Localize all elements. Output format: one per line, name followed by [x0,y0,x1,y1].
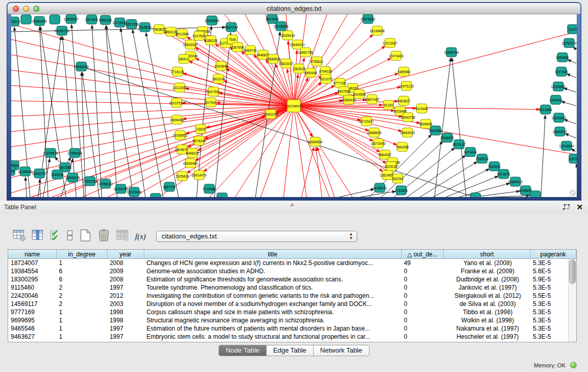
cell-year: 1997 [107,324,144,333]
memory-ok-indicator[interactable] [570,362,577,368]
node[interactable] [21,15,31,24]
table-row[interactable]: 969969511998Structural magnetic resonanc… [8,316,576,324]
table-mode-icon[interactable] [13,229,26,244]
scrollbar-thumb[interactable] [569,259,576,284]
edge[interactable] [133,30,163,197]
node-label: 16640910 [290,43,305,47]
selected-edge[interactable] [294,32,576,106]
node[interactable] [150,193,161,197]
node-label: 2803144 [212,77,225,81]
table-row[interactable]: 946554611997Estimation of the future num… [8,324,576,333]
network-canvas[interactable]: 1872400779638229660128891295418226058912… [11,14,577,197]
node-label: 14943758 [401,116,416,119]
edge[interactable] [563,88,576,92]
table-selector-dropdown[interactable]: citations_edges.txt ▲▼ [156,231,357,242]
minimize-window-icon[interactable] [23,6,29,12]
node-label: 7963822 [153,28,166,31]
selected-edge[interactable] [316,147,322,197]
table-row[interactable]: 2242004622012Investigating the contribut… [8,292,576,300]
edge[interactable] [568,59,576,63]
edge[interactable] [26,177,27,197]
column-header-in_degree[interactable]: in_degree [56,250,107,259]
node-label: 9397588 [58,166,72,169]
function-builder-icon[interactable]: f(x) [135,232,146,241]
edge[interactable] [483,195,530,197]
network-view-window[interactable]: citations_edges.txt 18724007796382296601… [7,3,581,201]
selected-edge[interactable] [11,101,294,106]
node-label: 11123 [568,28,577,31]
cell-short: Tibbo et al. (1998) [444,308,530,316]
table-row[interactable]: 911546021997Tourette syndrome. Phenomeno… [8,283,576,292]
vertical-scrollbar[interactable] [568,259,576,342]
edge[interactable] [576,164,576,165]
selected-edge[interactable] [11,106,294,147]
edge[interactable] [146,33,179,197]
column-header-year[interactable]: year [107,250,144,259]
node-label: 417004 [205,101,216,104]
float-window-icon[interactable] [562,204,570,211]
node[interactable] [50,15,60,24]
close-window-icon[interactable] [13,6,19,12]
zoom-window-icon[interactable] [33,6,39,12]
tab-network-table[interactable]: Network Table [314,345,369,356]
table-row[interactable]: 1830029562008Estimation of significance … [8,275,576,283]
node-label: 20876682 [361,17,376,21]
edge[interactable] [92,25,102,197]
column-header-title[interactable]: title [144,250,401,259]
edge[interactable] [406,155,466,197]
close-panel-icon[interactable]: ✕ [576,203,583,211]
node[interactable] [217,193,227,197]
edge[interactable] [121,28,145,197]
selected-edge[interactable] [294,106,380,152]
selected-edge[interactable] [294,106,307,197]
new-table-icon[interactable] [79,229,92,244]
column-header-out_de[interactable]: △ out_de... [401,250,444,259]
selected-edge[interactable] [195,106,294,161]
selected-edge[interactable] [294,106,353,197]
selected-edge[interactable] [301,147,314,197]
table-row[interactable]: 1456911722003Disruption of a novel membe… [8,300,576,308]
tab-node-table[interactable]: Node Table [219,345,267,356]
table-row[interactable]: 1938455462009Genome-wide association stu… [8,267,576,275]
table-row[interactable]: 1872400712008Changes of HCN gene express… [8,259,576,268]
select-all-rows-icon[interactable] [50,229,61,244]
cell-year: 1998 [107,308,144,316]
delete-table-icon[interactable] [97,229,111,244]
edge[interactable] [561,101,576,106]
edge[interactable] [106,26,117,197]
node[interactable] [470,193,481,197]
node[interactable] [530,191,540,197]
edge[interactable] [564,120,576,124]
node-label: 1640954 [429,129,442,133]
table-row[interactable]: 946362711997Embryonic stem cells: a mode… [8,333,576,341]
cell-year: 1998 [107,316,144,324]
splitter-handle[interactable]: ◢ [290,203,296,207]
window-titlebar[interactable]: citations_edges.txt [8,3,580,14]
row-height-icon[interactable] [67,229,74,244]
selected-edge[interactable] [294,106,383,171]
canvas-resize-grip[interactable] [570,190,576,196]
cell-out_de: 0 [401,316,444,324]
edge[interactable] [565,134,576,138]
selected-edge[interactable] [30,116,266,197]
edge[interactable] [541,115,545,197]
node-table[interactable]: namein_degreeyeartitle△ out_de...shortpa… [8,249,577,342]
node-label: 16961758 [298,51,313,54]
edge[interactable] [567,74,576,78]
column-header-short[interactable]: short [444,250,530,259]
cell-short: Hescheler et al. (1997) [444,333,530,341]
node-label: 10655257 [64,17,79,21]
column-header-pagerank[interactable]: pagerank [530,250,576,259]
network-graph[interactable]: 1872400779638229660128891295418226058912… [11,14,577,197]
column-header-name[interactable]: name [8,250,56,259]
tab-edge-table[interactable]: Edge Table [267,345,314,356]
import-table-icon[interactable] [116,229,129,244]
selected-edge[interactable] [224,81,294,106]
table-row[interactable]: 977716911998Corpus callosum shape and si… [8,308,576,316]
edge[interactable] [72,25,84,197]
show-columns-icon[interactable] [32,229,44,244]
edge[interactable] [571,149,576,152]
node-label: 14136141 [373,186,387,190]
node-label: 10958187 [98,182,113,186]
edge[interactable] [11,27,226,32]
